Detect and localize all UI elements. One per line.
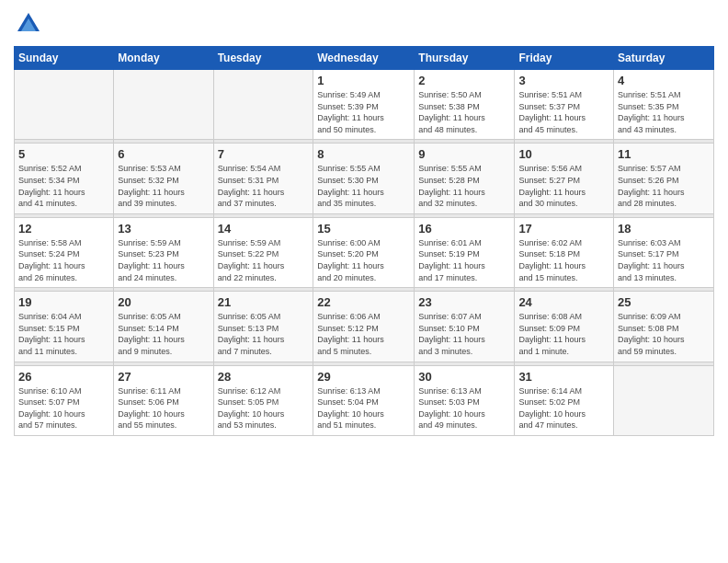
calendar-cell: 29Sunrise: 6:13 AM Sunset: 5:04 PM Dayli… (313, 365, 415, 435)
calendar-cell: 20Sunrise: 6:05 AM Sunset: 5:14 PM Dayli… (114, 292, 213, 362)
calendar-cell: 15Sunrise: 6:00 AM Sunset: 5:20 PM Dayli… (313, 217, 415, 287)
calendar-cell (614, 365, 714, 435)
calendar-cell: 14Sunrise: 5:59 AM Sunset: 5:22 PM Dayli… (213, 217, 313, 287)
day-info: Sunrise: 5:52 AM Sunset: 5:34 PM Dayligh… (18, 163, 109, 209)
day-number: 29 (317, 370, 410, 384)
calendar-cell (213, 70, 313, 140)
day-number: 13 (118, 222, 209, 236)
calendar-cell: 4Sunrise: 5:51 AM Sunset: 5:35 PM Daylig… (614, 70, 714, 140)
calendar-cell: 28Sunrise: 6:12 AM Sunset: 5:05 PM Dayli… (213, 365, 313, 435)
day-info: Sunrise: 5:50 AM Sunset: 5:38 PM Dayligh… (418, 89, 510, 135)
calendar-cell: 31Sunrise: 6:14 AM Sunset: 5:02 PM Dayli… (515, 365, 614, 435)
day-number: 7 (218, 147, 310, 161)
day-number: 9 (418, 147, 510, 161)
logo (14, 9, 47, 39)
day-info: Sunrise: 5:53 AM Sunset: 5:32 PM Dayligh… (118, 163, 209, 209)
day-number: 25 (618, 295, 710, 309)
day-info: Sunrise: 6:12 AM Sunset: 5:05 PM Dayligh… (218, 385, 310, 431)
day-number: 17 (518, 222, 609, 236)
calendar-page: Sunday Monday Tuesday Wednesday Thursday… (0, 0, 728, 563)
col-monday: Monday (114, 47, 213, 70)
day-number: 14 (218, 222, 310, 236)
day-number: 6 (118, 147, 209, 161)
calendar-cell: 25Sunrise: 6:09 AM Sunset: 5:08 PM Dayli… (614, 292, 714, 362)
calendar-cell: 11Sunrise: 5:57 AM Sunset: 5:26 PM Dayli… (614, 144, 714, 213)
calendar-cell: 17Sunrise: 6:02 AM Sunset: 5:18 PM Dayli… (515, 217, 614, 287)
calendar-cell: 21Sunrise: 6:05 AM Sunset: 5:13 PM Dayli… (213, 292, 313, 362)
day-number: 26 (18, 370, 109, 384)
calendar-cell: 10Sunrise: 5:56 AM Sunset: 5:27 PM Dayli… (515, 144, 614, 213)
day-info: Sunrise: 6:10 AM Sunset: 5:07 PM Dayligh… (18, 385, 109, 431)
day-number: 11 (618, 147, 710, 161)
day-number: 8 (317, 147, 410, 161)
day-number: 23 (418, 295, 510, 309)
day-number: 16 (418, 222, 510, 236)
day-info: Sunrise: 5:59 AM Sunset: 5:23 PM Dayligh… (118, 237, 209, 283)
day-info: Sunrise: 5:56 AM Sunset: 5:27 PM Dayligh… (518, 163, 609, 209)
day-info: Sunrise: 6:04 AM Sunset: 5:15 PM Dayligh… (18, 311, 109, 357)
day-info: Sunrise: 5:54 AM Sunset: 5:31 PM Dayligh… (218, 163, 310, 209)
day-info: Sunrise: 6:06 AM Sunset: 5:12 PM Dayligh… (317, 311, 410, 357)
day-info: Sunrise: 6:01 AM Sunset: 5:19 PM Dayligh… (418, 237, 510, 283)
day-number: 27 (118, 370, 209, 384)
day-number: 2 (418, 74, 510, 87)
day-number: 1 (317, 74, 410, 87)
calendar-cell: 2Sunrise: 5:50 AM Sunset: 5:38 PM Daylig… (415, 70, 515, 140)
day-info: Sunrise: 5:51 AM Sunset: 5:37 PM Dayligh… (518, 89, 609, 135)
day-number: 18 (618, 222, 710, 236)
day-number: 15 (317, 222, 410, 236)
col-friday: Friday (515, 47, 614, 70)
calendar-cell: 24Sunrise: 6:08 AM Sunset: 5:09 PM Dayli… (515, 292, 614, 362)
day-info: Sunrise: 6:03 AM Sunset: 5:17 PM Dayligh… (618, 237, 710, 283)
day-number: 24 (518, 295, 609, 309)
day-info: Sunrise: 6:09 AM Sunset: 5:08 PM Dayligh… (618, 311, 710, 357)
calendar-cell: 27Sunrise: 6:11 AM Sunset: 5:06 PM Dayli… (114, 365, 213, 435)
day-number: 22 (317, 295, 410, 309)
day-number: 28 (218, 370, 310, 384)
day-info: Sunrise: 6:14 AM Sunset: 5:02 PM Dayligh… (518, 385, 609, 431)
calendar-cell (15, 70, 114, 140)
calendar-cell: 6Sunrise: 5:53 AM Sunset: 5:32 PM Daylig… (114, 144, 213, 213)
day-number: 12 (18, 222, 109, 236)
calendar-cell: 22Sunrise: 6:06 AM Sunset: 5:12 PM Dayli… (313, 292, 415, 362)
day-info: Sunrise: 5:49 AM Sunset: 5:39 PM Dayligh… (317, 89, 410, 135)
calendar-week-row: 12Sunrise: 5:58 AM Sunset: 5:24 PM Dayli… (15, 217, 714, 287)
logo-icon (14, 9, 43, 39)
day-info: Sunrise: 6:05 AM Sunset: 5:13 PM Dayligh… (218, 311, 310, 357)
calendar-week-row: 19Sunrise: 6:04 AM Sunset: 5:15 PM Dayli… (15, 292, 714, 362)
day-info: Sunrise: 5:51 AM Sunset: 5:35 PM Dayligh… (618, 89, 710, 135)
calendar-table: Sunday Monday Tuesday Wednesday Thursday… (14, 46, 714, 436)
calendar-cell: 30Sunrise: 6:13 AM Sunset: 5:03 PM Dayli… (415, 365, 515, 435)
calendar-week-row: 5Sunrise: 5:52 AM Sunset: 5:34 PM Daylig… (15, 144, 714, 213)
col-tuesday: Tuesday (213, 47, 313, 70)
calendar-cell: 18Sunrise: 6:03 AM Sunset: 5:17 PM Dayli… (614, 217, 714, 287)
day-number: 3 (518, 74, 609, 87)
day-info: Sunrise: 6:07 AM Sunset: 5:10 PM Dayligh… (418, 311, 510, 357)
calendar-cell: 12Sunrise: 5:58 AM Sunset: 5:24 PM Dayli… (15, 217, 114, 287)
day-info: Sunrise: 6:02 AM Sunset: 5:18 PM Dayligh… (518, 237, 609, 283)
col-wednesday: Wednesday (313, 47, 415, 70)
day-number: 21 (218, 295, 310, 309)
calendar-cell: 5Sunrise: 5:52 AM Sunset: 5:34 PM Daylig… (15, 144, 114, 213)
calendar-cell: 8Sunrise: 5:55 AM Sunset: 5:30 PM Daylig… (313, 144, 415, 213)
day-info: Sunrise: 5:55 AM Sunset: 5:30 PM Dayligh… (317, 163, 410, 209)
calendar-cell: 26Sunrise: 6:10 AM Sunset: 5:07 PM Dayli… (15, 365, 114, 435)
day-info: Sunrise: 5:55 AM Sunset: 5:28 PM Dayligh… (418, 163, 510, 209)
day-info: Sunrise: 6:00 AM Sunset: 5:20 PM Dayligh… (317, 237, 410, 283)
day-info: Sunrise: 6:05 AM Sunset: 5:14 PM Dayligh… (118, 311, 209, 357)
calendar-cell: 1Sunrise: 5:49 AM Sunset: 5:39 PM Daylig… (313, 70, 415, 140)
col-saturday: Saturday (614, 47, 714, 70)
col-sunday: Sunday (15, 47, 114, 70)
calendar-week-row: 1Sunrise: 5:49 AM Sunset: 5:39 PM Daylig… (15, 70, 714, 140)
calendar-cell: 19Sunrise: 6:04 AM Sunset: 5:15 PM Dayli… (15, 292, 114, 362)
calendar-cell: 7Sunrise: 5:54 AM Sunset: 5:31 PM Daylig… (213, 144, 313, 213)
day-number: 30 (418, 370, 510, 384)
day-number: 5 (18, 147, 109, 161)
calendar-cell: 13Sunrise: 5:59 AM Sunset: 5:23 PM Dayli… (114, 217, 213, 287)
calendar-cell (114, 70, 213, 140)
day-number: 4 (618, 74, 710, 87)
col-thursday: Thursday (415, 47, 515, 70)
day-number: 20 (118, 295, 209, 309)
day-info: Sunrise: 6:08 AM Sunset: 5:09 PM Dayligh… (518, 311, 609, 357)
calendar-cell: 16Sunrise: 6:01 AM Sunset: 5:19 PM Dayli… (415, 217, 515, 287)
